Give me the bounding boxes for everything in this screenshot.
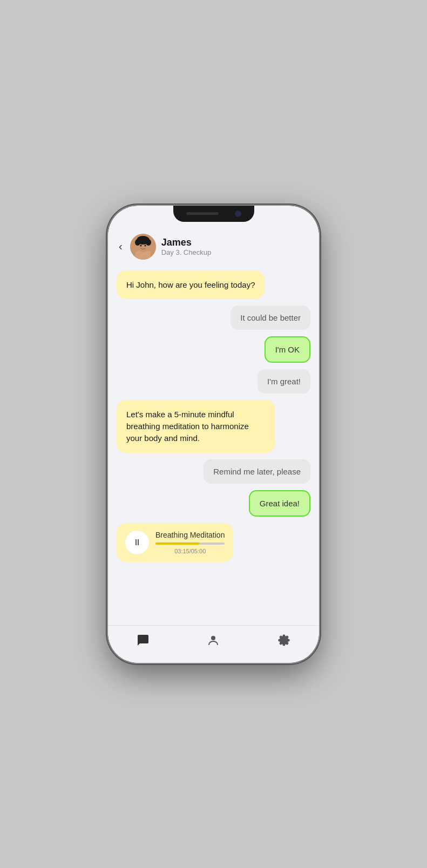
nav-settings[interactable]: [267, 629, 301, 654]
nav-profile[interactable]: [196, 629, 231, 654]
svg-point-10: [211, 636, 215, 640]
chat-area: Hi John, how are you feeling today? It c…: [108, 266, 319, 625]
chat-icon: [137, 634, 150, 650]
player-time: 03:15/05:00: [155, 548, 225, 554]
svg-point-8: [140, 245, 141, 246]
progress-fill: [155, 542, 199, 545]
header-info: James Day 3. Checkup: [161, 237, 212, 256]
avatar-image: [130, 234, 156, 260]
bot-message-2: Let's make a 5-minute mindful breathing …: [117, 400, 275, 452]
option-im-great[interactable]: I'm great!: [257, 369, 310, 394]
phone-screen: ‹: [108, 206, 319, 663]
media-player: ⏸ Breathing Meditation 03:15/05:00: [117, 523, 233, 562]
pause-icon: ⏸: [133, 538, 141, 547]
pause-button[interactable]: ⏸: [125, 531, 149, 554]
camera: [235, 211, 241, 217]
player-title: Breathing Meditation: [155, 531, 225, 539]
svg-point-7: [144, 237, 149, 242]
back-button[interactable]: ‹: [117, 238, 125, 255]
option-im-ok[interactable]: I'm OK: [265, 336, 310, 363]
option-remind-later[interactable]: Remind me later, please: [204, 459, 310, 484]
option-it-could-be-better[interactable]: It could be better: [231, 306, 310, 330]
bottom-nav: [108, 625, 319, 663]
header-name: James: [161, 237, 212, 248]
svg-point-6: [137, 237, 143, 242]
bot-message-1: Hi John, how are you feeling today?: [117, 270, 265, 300]
phone-frame: ‹: [108, 206, 319, 663]
header: ‹: [108, 229, 319, 266]
svg-point-9: [144, 245, 146, 246]
progress-bar[interactable]: [155, 542, 225, 545]
settings-icon: [277, 634, 290, 650]
avatar: [130, 234, 156, 260]
header-subtitle: Day 3. Checkup: [161, 248, 212, 256]
notch: [173, 206, 254, 222]
player-info: Breathing Meditation 03:15/05:00: [155, 531, 225, 554]
speaker: [186, 212, 219, 215]
option-great-idea[interactable]: Great idea!: [249, 490, 310, 517]
svg-rect-1: [135, 251, 151, 260]
profile-icon: [207, 634, 220, 650]
nav-chat[interactable]: [126, 629, 160, 654]
